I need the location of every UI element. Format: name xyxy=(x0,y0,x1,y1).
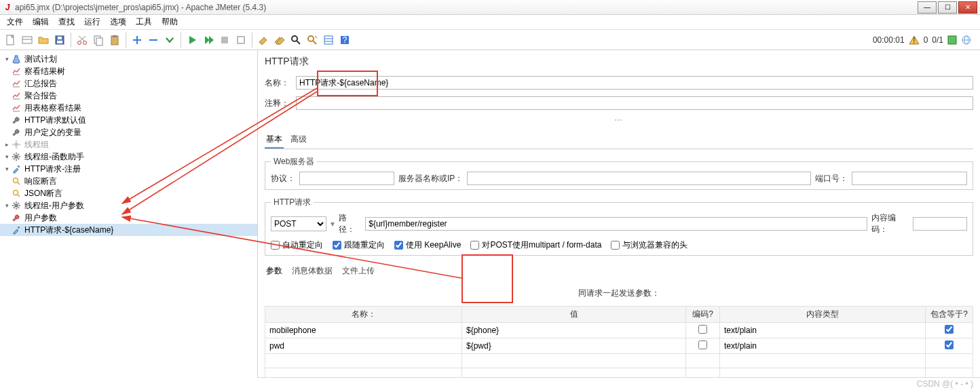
port-input[interactable] xyxy=(852,172,967,185)
function-helper-icon[interactable] xyxy=(322,33,335,47)
tree-twisty-icon[interactable]: ▾ xyxy=(3,56,11,62)
open-icon[interactable] xyxy=(37,33,50,47)
protocol-input[interactable] xyxy=(299,172,394,185)
help-icon[interactable]: ? xyxy=(338,33,352,47)
http-request-group: HTTP请求 POST ▾ 路径： 内容编码： 自动重定向 跟随重定向 使用 K… xyxy=(265,197,973,256)
tree-item[interactable]: 用户定义的变量 xyxy=(0,126,257,138)
subtab-params[interactable]: 参数 xyxy=(265,264,284,279)
tree-item[interactable]: 聚合报告 xyxy=(0,90,257,102)
find-icon[interactable] xyxy=(289,33,303,47)
server-input[interactable] xyxy=(467,172,811,185)
cell-ctype[interactable]: text/plain xyxy=(720,338,926,354)
svg-rect-13 xyxy=(113,35,117,37)
tree-item[interactable]: HTTP请求默认值 xyxy=(0,114,257,126)
tree-item[interactable]: 响应断言 xyxy=(0,175,257,187)
tree-twisty-icon[interactable]: ▾ xyxy=(3,202,11,209)
tree-twisty-icon[interactable]: ▾ xyxy=(3,153,11,160)
tree-item[interactable]: ▾HTTP请求-注册 xyxy=(0,163,257,175)
cell-include[interactable] xyxy=(926,323,973,338)
paste-icon[interactable] xyxy=(108,33,121,47)
tree-item[interactable]: ▸线程组 xyxy=(0,138,257,151)
tree-item[interactable]: 用表格察看结果 xyxy=(0,102,257,114)
run-icon[interactable] xyxy=(185,33,199,47)
svg-line-49 xyxy=(18,159,20,160)
tree-twisty-icon[interactable]: ▾ xyxy=(3,165,11,172)
cell-encode[interactable] xyxy=(686,323,720,338)
expand-icon[interactable] xyxy=(163,33,176,47)
cell-name[interactable]: mobilephone xyxy=(265,323,462,338)
save-icon[interactable] xyxy=(53,33,67,47)
multipart-check[interactable]: 对POST使用multipart / form-data xyxy=(470,239,601,251)
cell-include[interactable] xyxy=(926,338,973,354)
tree-item[interactable]: 察看结果树 xyxy=(0,65,257,77)
tree-panel[interactable]: ▾测试计划察看结果树汇总报告聚合报告用表格察看结果HTTP请求默认值用户定义的变… xyxy=(0,50,258,378)
menu-run[interactable]: 运行 xyxy=(80,15,105,29)
cell-value[interactable]: ${pwd} xyxy=(462,338,686,354)
gear-gray-icon xyxy=(11,139,22,150)
svg-line-65 xyxy=(18,203,20,204)
params-table[interactable]: 名称： 值 编码? 内容类型 包含等于? mobilephone${phone}… xyxy=(265,306,973,378)
tab-basic[interactable]: 基本 xyxy=(265,132,284,149)
svg-line-22 xyxy=(313,41,316,44)
clear-icon[interactable] xyxy=(257,33,270,47)
subtab-files[interactable]: 文件上传 xyxy=(341,264,376,279)
add-icon[interactable] xyxy=(130,33,144,47)
tab-advanced[interactable]: 高级 xyxy=(289,132,308,149)
drag-handle-icon[interactable]: ⋯ xyxy=(265,115,973,125)
cell-ctype[interactable]: text/plain xyxy=(720,323,926,338)
path-input[interactable] xyxy=(365,217,867,231)
templates-icon[interactable] xyxy=(20,33,34,47)
table-row[interactable]: pwd${pwd}text/plain xyxy=(265,338,973,354)
clear-all-icon[interactable] xyxy=(273,33,286,47)
stop-icon[interactable] xyxy=(218,33,231,47)
svg-rect-52 xyxy=(17,165,20,168)
browser-headers-check[interactable]: 与浏览器兼容的头 xyxy=(611,239,687,251)
cut-icon[interactable] xyxy=(75,33,89,47)
cell-value[interactable]: ${phone} xyxy=(462,323,686,338)
menubar: 文件 编辑 查找 运行 选项 工具 帮助 xyxy=(0,15,980,30)
cell-name[interactable]: pwd xyxy=(265,338,462,354)
method-select[interactable]: POST xyxy=(271,216,326,231)
remove-icon[interactable] xyxy=(147,33,160,47)
auto-redirect-check[interactable]: 自动重定向 xyxy=(271,239,323,251)
tree-item-label: HTTP请求默认值 xyxy=(23,115,86,126)
svg-line-20 xyxy=(297,41,300,44)
reset-search-icon[interactable] xyxy=(305,33,319,47)
col-include: 包含等于? xyxy=(926,307,973,323)
menu-file[interactable]: 文件 xyxy=(3,15,27,29)
menu-options[interactable]: 选项 xyxy=(106,15,130,29)
encoding-input[interactable] xyxy=(913,217,967,231)
path-label: 路径： xyxy=(339,212,361,235)
menu-edit[interactable]: 编辑 xyxy=(29,15,53,29)
name-input[interactable] xyxy=(296,76,973,90)
tree-twisty-icon[interactable]: ▸ xyxy=(3,141,11,148)
elapsed-time: 00:00:01 xyxy=(873,35,905,45)
close-button[interactable]: ✕ xyxy=(958,1,977,14)
follow-redirect-check[interactable]: 跟随重定向 xyxy=(333,239,385,251)
svg-line-50 xyxy=(14,159,15,160)
keepalive-check[interactable]: 使用 KeepAlive xyxy=(394,239,461,251)
comment-input[interactable] xyxy=(296,96,973,110)
subtab-body[interactable]: 消息体数据 xyxy=(290,264,334,279)
maximize-button[interactable]: ☐ xyxy=(938,1,957,14)
panel-heading: HTTP请求 xyxy=(265,56,973,68)
menu-search[interactable]: 查找 xyxy=(54,15,79,29)
tree-item[interactable]: ▾测试计划 xyxy=(0,53,257,65)
menu-tools[interactable]: 工具 xyxy=(132,15,156,29)
tree-item[interactable]: 汇总报告 xyxy=(0,77,257,90)
menu-help[interactable]: 帮助 xyxy=(157,15,182,29)
tree-item[interactable]: ▾线程组-函数助手 xyxy=(0,151,257,163)
new-icon[interactable] xyxy=(4,33,18,47)
table-row[interactable]: mobilephone${phone}text/plain xyxy=(265,323,973,338)
tree-item[interactable]: JSON断言 xyxy=(0,187,257,199)
run-no-timers-icon[interactable] xyxy=(202,33,215,47)
shutdown-icon[interactable] xyxy=(234,33,248,47)
cell-encode[interactable] xyxy=(686,338,720,354)
tree-item-label: 察看结果树 xyxy=(23,66,65,77)
tree-item[interactable]: ▾线程组-用户参数 xyxy=(0,199,257,212)
tree-item[interactable]: HTTP请求-${caseName} xyxy=(0,224,257,236)
svg-line-48 xyxy=(14,154,15,155)
minimize-button[interactable]: — xyxy=(918,1,937,14)
copy-icon[interactable] xyxy=(92,33,105,47)
tree-item[interactable]: 用户参数 xyxy=(0,212,257,224)
